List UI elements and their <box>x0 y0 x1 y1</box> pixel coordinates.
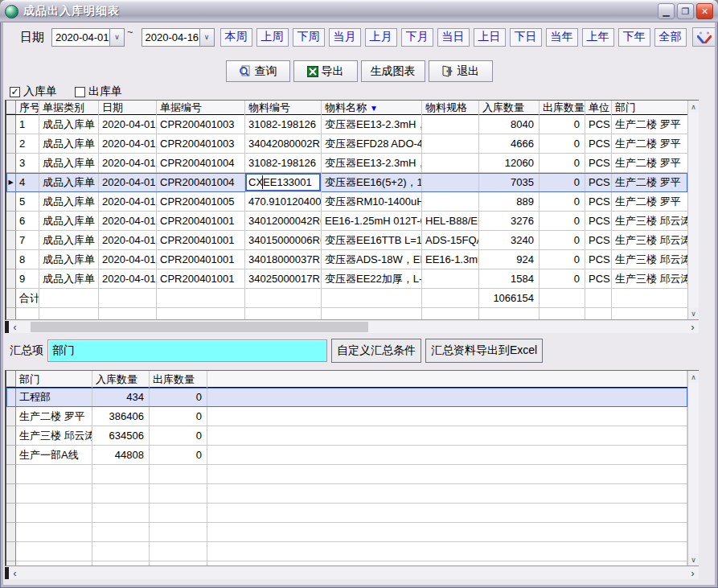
scroll-down-icon[interactable]: ∨ <box>688 307 699 319</box>
column-header-3[interactable]: 单据编号 <box>157 101 245 115</box>
row-selector[interactable] <box>6 134 16 154</box>
table-row[interactable]: 3成品入库单2020-04-01CPR20040100431082-198126… <box>6 154 687 173</box>
query-button[interactable]: 查询 <box>226 60 290 82</box>
row-selector[interactable] <box>6 542 16 561</box>
row-selector[interactable] <box>6 154 16 173</box>
cell: 工程部 <box>16 388 92 407</box>
main-grid-vertical-scrollbar[interactable]: ∧ ∨ <box>687 101 699 319</box>
summary-table-row[interactable]: 工程部4340 <box>6 388 687 407</box>
row-selector[interactable] <box>6 308 16 319</box>
cell <box>422 173 479 192</box>
table-row[interactable]: ▶4成品入库单2020-04-01CPR200401004CXEE133001变… <box>6 173 687 192</box>
row-selector[interactable] <box>6 101 16 114</box>
column-header-10[interactable]: 部门 <box>612 101 687 115</box>
range-button-3[interactable]: 当月 <box>329 28 361 47</box>
dropdown-arrow-icon[interactable]: ∨ <box>199 29 214 46</box>
scrollbar-track[interactable] <box>21 321 687 333</box>
column-header-7[interactable]: 入库数量 <box>479 101 540 115</box>
row-selector-current[interactable]: ▶ <box>6 173 16 192</box>
date-label: 日期 <box>20 30 44 45</box>
scrollbar-track[interactable] <box>21 567 687 579</box>
range-button-2[interactable]: 下周 <box>293 28 325 47</box>
row-selector[interactable] <box>6 371 16 387</box>
row-selector[interactable] <box>6 561 16 565</box>
table-row[interactable]: 9成品入库单2020-04-01CPR20040100134025000017R… <box>6 269 687 289</box>
scroll-up-icon[interactable]: ∧ <box>688 101 699 113</box>
summary-grid-vertical-scrollbar[interactable]: ∧ ∨ <box>687 371 699 565</box>
export-button[interactable]: 导出 <box>293 60 358 82</box>
export-summary-excel-button[interactable]: 汇总资料导出到Excel <box>425 339 543 363</box>
summary-column-header-1[interactable]: 入库数量 <box>92 371 150 388</box>
range-button-1[interactable]: 上周 <box>256 28 289 47</box>
range-button-10[interactable]: 上年 <box>582 28 614 47</box>
scroll-right-icon[interactable]: › <box>687 567 699 579</box>
date-to-select[interactable]: 2020-04-16 ∨ <box>142 28 215 47</box>
row-selector[interactable] <box>6 192 16 212</box>
row-selector[interactable] <box>6 465 16 484</box>
row-selector[interactable] <box>6 446 16 465</box>
range-button-8[interactable]: 下日 <box>510 28 542 47</box>
close-button[interactable]: ✕ <box>696 3 713 19</box>
range-button-11[interactable]: 下年 <box>618 28 650 47</box>
minimize-button[interactable]: ▁ <box>658 3 675 19</box>
outbound-checkbox[interactable] <box>75 87 85 97</box>
summary-field-input[interactable]: 部门 <box>47 339 327 362</box>
range-button-9[interactable]: 当年 <box>546 28 578 47</box>
table-row[interactable]: 6成品入库单2020-04-01CPR20040100134012000042R… <box>6 212 687 231</box>
scroll-left-icon[interactable]: ‹ <box>9 567 21 579</box>
range-button-0[interactable]: 本周 <box>220 28 252 47</box>
row-selector[interactable] <box>6 484 16 504</box>
column-header-9[interactable]: 单位 <box>585 101 612 115</box>
table-row[interactable]: 8成品入库单2020-04-01CPR20040100134018000037R… <box>6 250 687 269</box>
range-button-4[interactable]: 上月 <box>365 28 397 47</box>
row-selector[interactable] <box>6 289 16 308</box>
summary-column-header-2[interactable]: 出库数量 <box>150 371 207 388</box>
range-button-6[interactable]: 当日 <box>437 28 470 47</box>
row-selector[interactable] <box>6 212 16 231</box>
scroll-down-icon[interactable]: ∨ <box>688 553 699 565</box>
main-grid-horizontal-scrollbar[interactable]: ‹ › <box>5 321 699 333</box>
scroll-up-icon[interactable]: ∧ <box>688 371 699 383</box>
row-selector[interactable] <box>6 504 16 523</box>
exit-button-label: 退出 <box>457 64 479 79</box>
generate-chart-button[interactable]: 生成图表 <box>361 60 425 82</box>
summary-table-row[interactable]: 生产二楼 罗平3864060 <box>6 407 687 426</box>
column-header-6[interactable]: 物料规格 <box>422 101 479 115</box>
range-button-7[interactable]: 上日 <box>474 28 506 47</box>
dropdown-arrow-icon[interactable]: ∨ <box>109 29 124 46</box>
table-row[interactable]: 2成品入库单2020-04-01CPR20040100334042080002R… <box>6 134 687 154</box>
exit-button[interactable]: 退出 <box>429 60 493 82</box>
summary-column-header-0[interactable]: 部门 <box>16 371 92 388</box>
column-header-8[interactable]: 出库数量 <box>540 101 585 115</box>
row-selector[interactable] <box>6 426 16 446</box>
summary-grid-horizontal-scrollbar[interactable]: ‹ › <box>5 567 699 579</box>
row-selector[interactable] <box>6 115 16 134</box>
row-selector[interactable] <box>6 388 16 407</box>
column-header-0[interactable]: 序号 <box>16 101 39 115</box>
table-row[interactable]: 1成品入库单2020-04-01CPR20040100331082-198126… <box>6 115 687 134</box>
custom-condition-button[interactable]: 自定义汇总条件 <box>331 339 421 363</box>
scroll-left-icon[interactable]: ‹ <box>9 321 21 333</box>
row-selector[interactable] <box>6 407 16 426</box>
row-selector[interactable] <box>6 250 16 269</box>
summary-table-row[interactable]: 生产三楼 邱云涛6345060 <box>6 426 687 446</box>
inline-cell-editor[interactable]: CXEE133001 <box>245 173 322 192</box>
table-row[interactable]: 7成品入库单2020-04-01CPR20040100134015000006R… <box>6 231 687 250</box>
row-selector[interactable] <box>6 269 16 289</box>
range-button-12[interactable]: 全部 <box>654 28 687 47</box>
inbound-checkbox[interactable]: ✓ <box>10 87 20 97</box>
range-button-5[interactable]: 下月 <box>401 28 433 47</box>
table-row[interactable]: 5成品入库单2020-04-01CPR200401005470.91012040… <box>6 192 687 212</box>
column-header-4[interactable]: 物料编号 <box>245 101 322 115</box>
row-selector[interactable] <box>6 231 16 250</box>
summary-table-row[interactable]: 生产一部A线448080 <box>6 446 687 465</box>
column-header-1[interactable]: 单据类别 <box>39 101 99 115</box>
scrollbar-thumb[interactable] <box>31 322 368 332</box>
maximize-button[interactable]: ❐ <box>677 3 694 19</box>
column-header-5[interactable]: 物料名称▼ <box>322 101 422 115</box>
scroll-right-icon[interactable]: › <box>687 321 699 333</box>
column-header-2[interactable]: 日期 <box>99 101 157 115</box>
settings-button[interactable] <box>692 27 715 47</box>
row-selector[interactable] <box>6 523 16 542</box>
date-from-select[interactable]: 2020-04-01 ∨ <box>51 28 125 47</box>
